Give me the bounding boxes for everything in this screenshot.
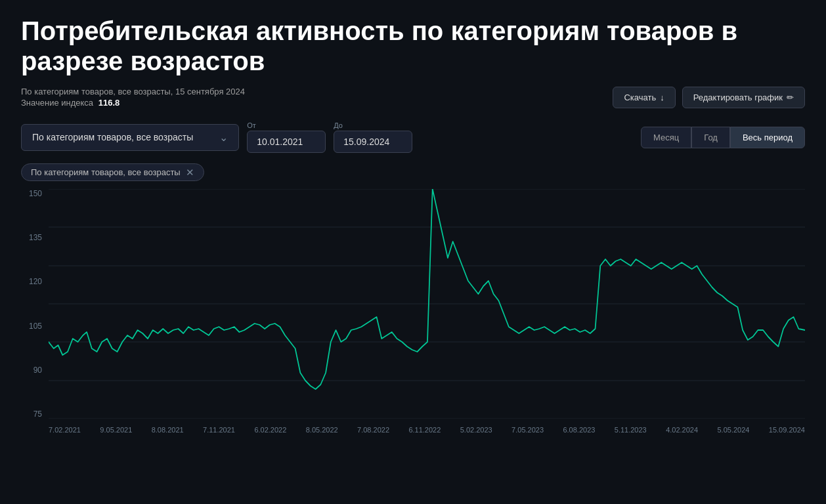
x-label-13: 4.02.2024 bbox=[666, 426, 698, 434]
download-icon: ↓ bbox=[660, 93, 664, 102]
action-buttons: Скачать ↓ Редактировать график ✏ bbox=[613, 87, 805, 108]
edit-icon: ✏ bbox=[787, 93, 794, 102]
chevron-down-icon: ⌄ bbox=[219, 131, 228, 144]
subtitle-info: По категориям товаров, все возрасты, 15 … bbox=[21, 87, 245, 108]
subtitle-text: По категориям товаров, все возрасты, 15 … bbox=[21, 87, 245, 96]
x-label-1: 7.02.2021 bbox=[49, 426, 81, 434]
date-from-block: От 10.01.2021 bbox=[247, 121, 326, 153]
period-month-button[interactable]: Месяц bbox=[641, 127, 691, 148]
page-title: Потребительская активность по категориям… bbox=[21, 16, 805, 76]
active-filter-tag: По категориям товаров, все возрасты ✕ bbox=[21, 163, 204, 181]
chart-area: 150 135 120 105 90 75 7.02.2021 bbox=[21, 189, 805, 438]
y-label-120: 120 bbox=[29, 277, 42, 286]
x-label-15: 15.09.2024 bbox=[769, 426, 805, 434]
download-button[interactable]: Скачать ↓ bbox=[613, 87, 675, 108]
x-label-3: 8.08.2021 bbox=[152, 426, 184, 434]
category-dropdown[interactable]: По категориям товаров, все возрасты ⌄ bbox=[21, 124, 239, 151]
x-axis-labels: 7.02.2021 9.05.2021 8.08.2021 7.11.2021 … bbox=[49, 421, 805, 438]
chart-polyline bbox=[49, 189, 805, 389]
y-label-150: 150 bbox=[29, 189, 42, 198]
period-year-button[interactable]: Год bbox=[691, 127, 730, 148]
subtitle-row: По категориям товаров, все возрасты, 15 … bbox=[21, 87, 805, 108]
x-label-7: 7.08.2022 bbox=[357, 426, 389, 434]
page-container: Потребительская активность по категориям… bbox=[0, 0, 826, 454]
chart-svg-container bbox=[49, 189, 805, 419]
tag-close-button[interactable]: ✕ bbox=[186, 167, 194, 177]
y-axis-labels: 150 135 120 105 90 75 bbox=[21, 189, 46, 419]
y-label-75: 75 bbox=[33, 410, 42, 419]
edit-button[interactable]: Редактировать график ✏ bbox=[682, 87, 805, 108]
date-to-input[interactable]: 15.09.2024 bbox=[334, 131, 412, 153]
x-label-4: 7.11.2021 bbox=[203, 426, 235, 434]
index-value-text: Значение индекса 116.8 bbox=[21, 98, 245, 108]
period-buttons: Месяц Год Весь период bbox=[641, 127, 805, 148]
y-label-90: 90 bbox=[33, 366, 42, 375]
line-chart bbox=[49, 189, 805, 419]
period-all-button[interactable]: Весь период bbox=[730, 127, 805, 148]
x-label-2: 9.05.2021 bbox=[100, 426, 132, 434]
x-label-8: 6.11.2022 bbox=[408, 426, 441, 434]
date-to-block: До 15.09.2024 bbox=[334, 121, 412, 153]
x-label-9: 5.02.2023 bbox=[460, 426, 492, 434]
y-label-105: 105 bbox=[29, 322, 42, 331]
date-from-input[interactable]: 10.01.2021 bbox=[247, 131, 326, 153]
x-label-5: 6.02.2022 bbox=[254, 426, 286, 434]
controls-row: По категориям товаров, все возрасты ⌄ От… bbox=[21, 121, 805, 153]
x-label-11: 6.08.2023 bbox=[563, 426, 595, 434]
y-label-135: 135 bbox=[29, 233, 42, 242]
x-label-12: 5.11.2023 bbox=[615, 426, 647, 434]
tag-row: По категориям товаров, все возрасты ✕ bbox=[21, 163, 805, 181]
x-label-6: 8.05.2022 bbox=[306, 426, 338, 434]
x-label-10: 7.05.2023 bbox=[511, 426, 544, 434]
x-label-14: 5.05.2024 bbox=[717, 426, 749, 434]
